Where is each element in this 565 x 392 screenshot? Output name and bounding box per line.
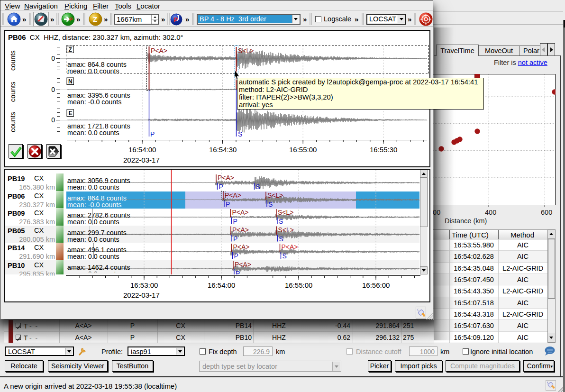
svg-text:E: E xyxy=(69,110,73,117)
svg-text:S<L>: S<L> xyxy=(267,191,283,199)
svg-text:P<A>: P<A> xyxy=(232,226,249,234)
svg-text:P<A>: P<A> xyxy=(218,174,234,182)
svg-text:counts: counts xyxy=(9,50,17,71)
svg-text:S<L>: S<L> xyxy=(238,47,254,55)
svg-text:S: S xyxy=(238,130,242,138)
svg-text:P<A>: P<A> xyxy=(151,47,167,55)
svg-text:S<L>: S<L> xyxy=(278,226,294,234)
svg-text:P<A>: P<A> xyxy=(235,261,251,268)
svg-text:600: 600 xyxy=(541,209,552,216)
svg-text:P: P xyxy=(236,270,240,275)
svg-text:S<L>: S<L> xyxy=(278,209,293,216)
svg-text:P<A>: P<A> xyxy=(225,191,241,199)
svg-text:S: S xyxy=(279,235,283,243)
svg-text:P: P xyxy=(234,252,238,260)
svg-text:Z: Z xyxy=(69,46,72,53)
svg-text:counts: counts xyxy=(9,112,17,132)
svg-text:P<A>: P<A> xyxy=(232,209,249,216)
svg-text:S: S xyxy=(279,218,283,225)
svg-text:Z: Z xyxy=(93,15,97,23)
svg-text:P: P xyxy=(150,130,155,138)
svg-text:P<A>: P<A> xyxy=(233,243,250,251)
svg-text:S: S xyxy=(268,201,273,208)
svg-text:P: P xyxy=(233,218,237,225)
svg-text:P: P xyxy=(226,201,230,208)
svg-text:N: N xyxy=(68,78,73,85)
svg-text:P<A>: P<A> xyxy=(282,243,298,251)
svg-text:400: 400 xyxy=(485,209,496,216)
svg-text:counts: counts xyxy=(9,82,17,102)
svg-text:S: S xyxy=(256,183,260,191)
svg-text:P: P xyxy=(233,235,237,243)
svg-text:P: P xyxy=(69,17,73,22)
svg-text:S: S xyxy=(282,252,287,260)
svg-text:P: P xyxy=(219,183,223,191)
